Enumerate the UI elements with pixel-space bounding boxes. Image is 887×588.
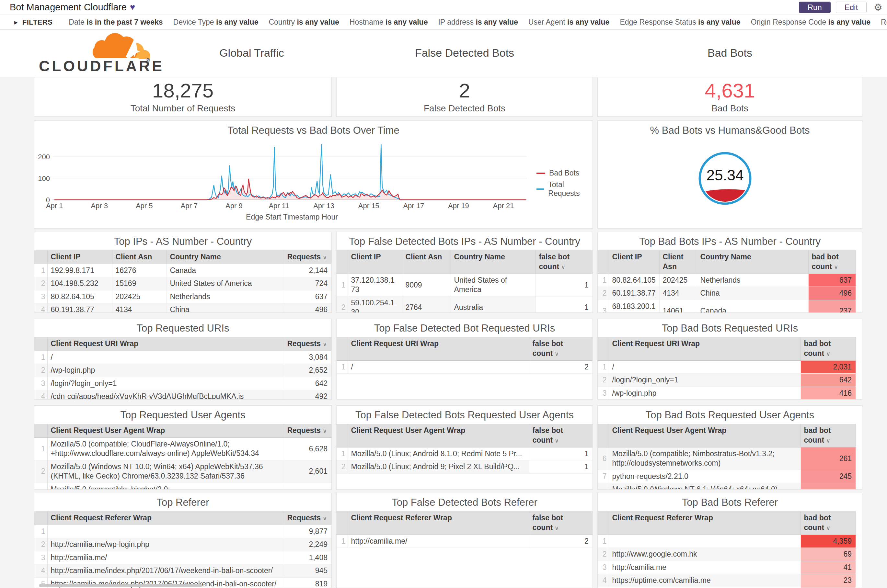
table-row[interactable]: 3/login/?login_only=1642	[35, 377, 331, 390]
column-header[interactable]: Requests∨	[284, 250, 331, 264]
table-cell[interactable]: Mozilla/5.0 (Windows NT 6.1; Win64; x64;…	[609, 483, 800, 490]
table-cell[interactable]: /	[609, 360, 800, 374]
column-header[interactable]: Client Request Referer Wrap	[47, 511, 284, 525]
bad-bots-percentage-gauge[interactable]: 25.34	[598, 121, 862, 228]
legend-item-bad-bots[interactable]: Bad Bots	[537, 169, 592, 177]
table-cell[interactable]: 80.82.64.105	[609, 274, 659, 286]
table-cell[interactable]: Mozilla/5.0 (compatible; CloudFlare-Alwa…	[47, 438, 284, 460]
table-row[interactable]: 1/3,084	[35, 351, 331, 364]
value-cell[interactable]: 9,877	[284, 525, 331, 538]
filter-chip[interactable]: Country is any value	[269, 18, 339, 26]
table-row[interactable]: 2Mozilla/5.0 (Windows NT 10.0; Win64; x6…	[35, 460, 331, 483]
table-row[interactable]: 1/2,031	[598, 360, 862, 374]
value-cell[interactable]: 1	[529, 460, 592, 473]
table-cell[interactable]: /login/?login_only=1	[47, 377, 284, 390]
value-cell[interactable]: 215	[800, 483, 855, 490]
table-cell[interactable]: 104.198.5.232	[47, 277, 112, 290]
column-header[interactable]: Requests∨	[284, 511, 331, 525]
table-cell[interactable]: Mozilla/5.0 (Linux; Android 9; Pixel 2 X…	[347, 460, 529, 473]
value-cell[interactable]: 496	[284, 303, 331, 313]
table-row[interactable]: 380.82.64.105202425Netherlands637	[35, 290, 331, 303]
table-row[interactable]: 3http://camilia.me/1,408	[35, 551, 331, 564]
table-cell[interactable]: 68.183.200.167	[609, 300, 659, 313]
table-row[interactable]: 19,877	[35, 525, 331, 538]
table-cell[interactable]: Mozilla/5.0 (compatible; Nimbostratus-Bo…	[609, 447, 800, 470]
table-cell[interactable]: 192.99.8.171	[47, 264, 112, 277]
table-row[interactable]: 1http://camilia.me/2	[337, 535, 592, 548]
column-header[interactable]: false bot count∨	[529, 511, 592, 535]
run-button[interactable]: Run	[799, 2, 831, 13]
filter-chip[interactable]: Origin Response Code is any value	[751, 18, 871, 26]
table-cell[interactable]: 9009	[402, 274, 451, 296]
column-header[interactable]: Client Asn	[112, 250, 167, 264]
table-cell[interactable]: United States of America	[167, 277, 284, 290]
table-cell[interactable]: Mozilla/5.0 (Windows NT 10.0; Win64; x64…	[47, 460, 284, 483]
table-row[interactable]: 1192.99.8.17116276Canada2,144	[35, 264, 331, 277]
column-header[interactable]: Requests∨	[284, 337, 331, 351]
value-cell[interactable]: 642	[284, 377, 331, 390]
value-cell[interactable]: 2,249	[284, 538, 331, 551]
value-cell[interactable]: 819	[284, 578, 331, 588]
value-cell[interactable]: 637	[284, 290, 331, 303]
column-header[interactable]: bad bot count∨	[808, 250, 855, 274]
filter-chip[interactable]: Hostname is any value	[350, 18, 428, 26]
value-cell[interactable]: 492	[284, 390, 331, 399]
kpi-bad-bots[interactable]: 4,631 Bad Bots	[597, 77, 862, 117]
table-cell[interactable]: United States of America	[451, 274, 535, 296]
table-row[interactable]: 7python-requests/2.21.0245	[598, 470, 862, 483]
table-row[interactable]: 4/cdn-cgi/apps/head/xVgyKhR-vV3dAUGhMqfB…	[35, 390, 331, 399]
table-row[interactable]: 1Mozilla/5.0 (Linux; Android 8.1.0; Redm…	[337, 447, 592, 460]
column-header[interactable]: bad bot count∨	[800, 424, 855, 447]
table-cell[interactable]: /	[347, 360, 529, 374]
value-cell[interactable]: 637	[808, 274, 855, 286]
column-header[interactable]: Client Asn	[659, 250, 697, 274]
column-header[interactable]: Client Request User Agent Wrap	[47, 424, 284, 438]
table-cell[interactable]: http://www.google.com.hk	[609, 548, 800, 561]
filter-chip[interactable]: User Agent is any value	[528, 18, 610, 26]
filter-chip[interactable]: Date is in the past 7 weeks	[69, 18, 162, 26]
column-header[interactable]: Client IP	[47, 250, 112, 264]
filters-caret-icon[interactable]: ▶	[14, 20, 18, 25]
value-cell[interactable]: 1,408	[284, 551, 331, 564]
gear-icon[interactable]: ⚙	[874, 2, 882, 13]
column-header[interactable]: Client Request User Agent Wrap	[609, 424, 800, 447]
table-row[interactable]: 368.183.200.16714061Canada237	[598, 300, 862, 313]
table-cell[interactable]: 59.100.254.130	[347, 296, 402, 313]
table-cell[interactable]: 202425	[659, 274, 697, 286]
table-cell[interactable]: 80.82.64.105	[47, 290, 112, 303]
table-cell[interactable]: http://camilia.me	[609, 561, 800, 574]
value-cell[interactable]: 724	[284, 277, 331, 290]
value-cell[interactable]: 1	[535, 274, 592, 296]
table-row[interactable]: 260.191.38.774134China496	[598, 287, 862, 300]
filter-chip[interactable]: Edge Response Status is any value	[620, 18, 740, 26]
table-cell[interactable]: China	[167, 303, 284, 313]
table-row[interactable]: 180.82.64.105202425Netherlands637	[598, 274, 862, 286]
column-header[interactable]: Client Asn	[402, 250, 451, 274]
column-header[interactable]: bad bot count∨	[800, 511, 855, 535]
value-cell[interactable]: 416	[800, 387, 855, 399]
table-cell[interactable]: /wp-login.php	[47, 364, 284, 377]
table-cell[interactable]: http://camilia.me/	[47, 551, 284, 564]
column-header[interactable]: Client Request URI Wrap	[609, 337, 800, 360]
value-cell[interactable]: 733	[284, 483, 331, 490]
table-row[interactable]: 2http://www.google.com.hk69	[598, 548, 862, 561]
table-row[interactable]: 6Mozilla/5.0 (compatible; Nimbostratus-B…	[598, 447, 862, 470]
value-cell[interactable]: 2,144	[284, 264, 331, 277]
table-cell[interactable]: Mozilla/5.0 (Linux; Android 8.1.0; Redmi…	[347, 447, 529, 460]
edit-button[interactable]: Edit	[836, 2, 867, 13]
table-cell[interactable]: /	[47, 351, 284, 364]
value-cell[interactable]: 3,084	[284, 351, 331, 364]
table-row[interactable]: 3Mozilla/5.0 (compatible; bingbot/2.0; +…	[35, 483, 331, 490]
table-row[interactable]: 460.191.38.774134China496	[35, 303, 331, 313]
table-row[interactable]: 4https://uptime.com/camilia.me23	[598, 574, 862, 587]
table-cell[interactable]: China	[697, 287, 808, 300]
table-cell[interactable]: 16276	[112, 264, 167, 277]
value-cell[interactable]: 2	[529, 360, 592, 374]
table-row[interactable]: 2Mozilla/5.0 (Linux; Android 9; Pixel 2 …	[337, 460, 592, 473]
timeseries-chart[interactable]: 0100200Apr 1Apr 3Apr 5Apr 7Apr 9Apr 11Ap…	[35, 121, 592, 228]
column-header[interactable]: Client Request URI Wrap	[347, 337, 529, 360]
table-cell[interactable]: Netherlands	[697, 274, 808, 286]
table-cell[interactable]: 14061	[659, 300, 697, 313]
column-header[interactable]: bad bot count∨	[800, 337, 855, 360]
value-cell[interactable]: 1	[529, 447, 592, 460]
